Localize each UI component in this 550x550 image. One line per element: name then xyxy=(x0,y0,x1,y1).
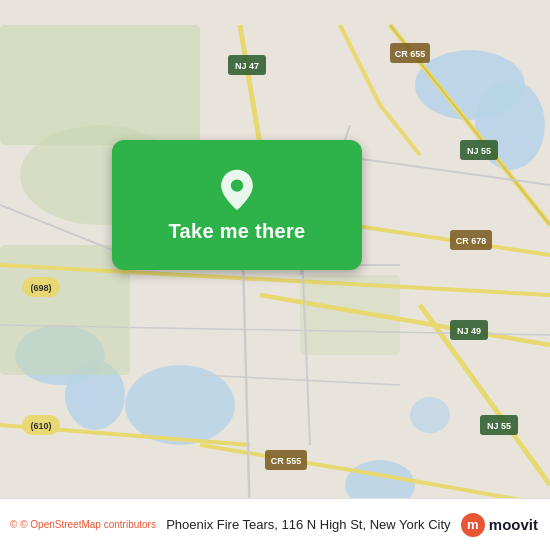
svg-text:CR 678: CR 678 xyxy=(456,236,487,246)
svg-text:(610): (610) xyxy=(30,421,51,431)
bottom-bar: © © OpenStreetMap contributors Phoenix F… xyxy=(0,498,550,550)
address-text: Phoenix Fire Tears, 116 N High St, New Y… xyxy=(156,517,461,532)
svg-text:NJ 47: NJ 47 xyxy=(235,61,259,71)
svg-point-4 xyxy=(125,365,235,445)
svg-line-14 xyxy=(240,25,260,145)
moovit-dot-icon xyxy=(461,513,485,537)
svg-point-50 xyxy=(231,179,243,191)
svg-text:NJ 55: NJ 55 xyxy=(467,146,491,156)
take-me-there-label: Take me there xyxy=(169,220,306,243)
svg-line-31 xyxy=(200,375,400,385)
svg-line-17 xyxy=(380,105,420,155)
svg-line-16 xyxy=(340,25,380,105)
svg-text:CR 655: CR 655 xyxy=(395,49,426,59)
svg-text:NJ 49: NJ 49 xyxy=(457,326,481,336)
moovit-text: moovit xyxy=(489,516,538,533)
location-pin-icon xyxy=(215,168,259,212)
map-container: NJ 47 CR 655 NJ 55 CR 678 NJ 49 NJ 55 CR… xyxy=(0,0,550,550)
svg-point-6 xyxy=(410,397,450,433)
svg-text:NJ 55: NJ 55 xyxy=(487,421,511,431)
svg-text:CR 555: CR 555 xyxy=(271,456,302,466)
take-me-there-button[interactable]: Take me there xyxy=(112,140,362,270)
map-attribution: © © OpenStreetMap contributors xyxy=(10,519,156,530)
moovit-logo: moovit xyxy=(461,513,538,537)
svg-text:(698): (698) xyxy=(30,283,51,293)
map-svg: NJ 47 CR 655 NJ 55 CR 678 NJ 49 NJ 55 CR… xyxy=(0,0,550,550)
